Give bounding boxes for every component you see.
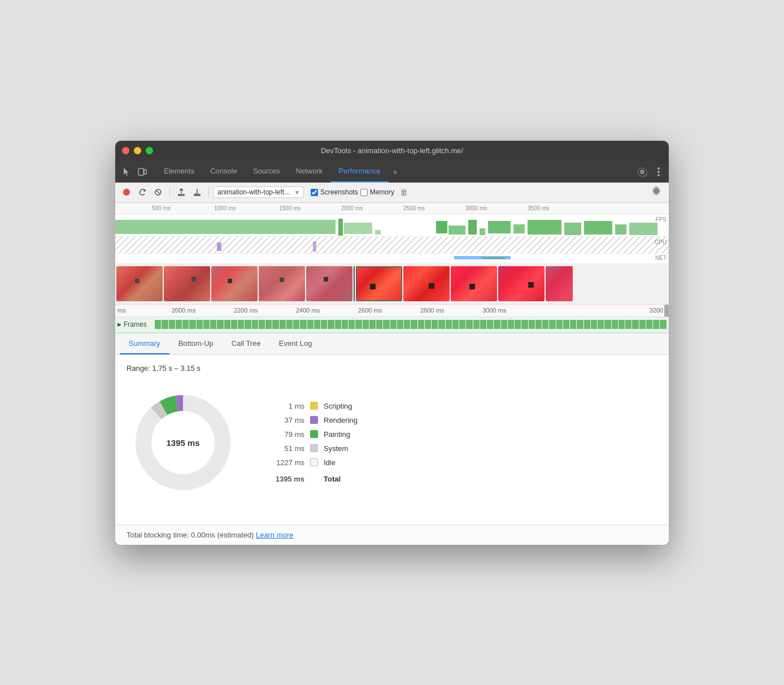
screenshots-row bbox=[115, 264, 669, 305]
frame-bar bbox=[259, 320, 265, 329]
ruler-tick-500: 500 ms bbox=[152, 205, 171, 211]
frame-bar bbox=[390, 320, 397, 329]
frame-bar bbox=[307, 320, 313, 329]
screenshot-10 bbox=[546, 266, 573, 301]
tab-sources[interactable]: Sources bbox=[245, 161, 288, 183]
system-color-swatch bbox=[310, 444, 318, 452]
frame-bar bbox=[570, 320, 576, 329]
idle-value: 1227 ms bbox=[273, 458, 304, 467]
frame-bar bbox=[280, 320, 286, 329]
frame-bar bbox=[404, 320, 410, 329]
frame-bar bbox=[591, 320, 597, 329]
screenshots-checkbox[interactable]: Screenshots bbox=[311, 188, 358, 196]
learn-more-link[interactable]: Learn more bbox=[256, 531, 293, 539]
screenshots-input[interactable] bbox=[311, 189, 318, 196]
tab-summary[interactable]: Summary bbox=[120, 333, 169, 354]
ruler-tick-1500: 1500 ms bbox=[279, 205, 300, 211]
download-button[interactable] bbox=[190, 185, 204, 199]
frame-bar bbox=[363, 320, 369, 329]
tab-bottom-up[interactable]: Bottom-Up bbox=[169, 333, 223, 354]
settings-gear-icon[interactable] bbox=[635, 164, 650, 179]
tab-network[interactable]: Network bbox=[288, 161, 331, 183]
screenshot-3 bbox=[211, 266, 258, 301]
device-icon[interactable] bbox=[136, 165, 149, 179]
tab-elements[interactable]: Elements bbox=[156, 161, 202, 183]
cpu-label: CPU bbox=[655, 239, 667, 245]
trash-button[interactable]: 🗑 bbox=[397, 187, 411, 198]
svg-rect-17 bbox=[513, 224, 525, 233]
frame-bar bbox=[508, 320, 514, 329]
upload-button[interactable] bbox=[175, 185, 188, 199]
close-button[interactable] bbox=[122, 147, 129, 154]
frame-bar bbox=[625, 320, 631, 329]
frame-bar bbox=[542, 320, 548, 329]
memory-checkbox[interactable]: Memory bbox=[360, 188, 394, 196]
svg-line-7 bbox=[156, 190, 160, 194]
toolbar-settings-icon[interactable] bbox=[648, 185, 664, 199]
ruler2-2200: 2200 ms bbox=[234, 307, 258, 314]
svg-rect-26 bbox=[313, 241, 316, 252]
tab-performance[interactable]: Performance bbox=[330, 161, 388, 183]
frame-bar bbox=[660, 320, 666, 329]
frame-bar bbox=[487, 320, 493, 329]
svg-rect-10 bbox=[344, 223, 372, 234]
frame-bar bbox=[432, 320, 438, 329]
system-name: System bbox=[324, 444, 348, 453]
svg-rect-19 bbox=[564, 223, 581, 235]
panel-footer: Total blocking time: 0.00ms (estimated) … bbox=[115, 524, 669, 545]
ruler2-3200: 3200 bbox=[650, 307, 663, 314]
screenshot-9 bbox=[498, 266, 545, 301]
frame-bar bbox=[210, 320, 216, 329]
total-label: Total bbox=[324, 475, 341, 483]
legend-total: 1395 ms Total bbox=[273, 475, 358, 483]
screenshot-4 bbox=[259, 266, 305, 301]
frame-bar bbox=[369, 320, 376, 329]
tab-event-log[interactable]: Event Log bbox=[270, 333, 321, 354]
record-button[interactable] bbox=[120, 185, 133, 199]
frame-bar bbox=[473, 320, 480, 329]
memory-label: Memory bbox=[370, 188, 394, 196]
svg-rect-14 bbox=[468, 220, 477, 235]
reload-button[interactable] bbox=[136, 185, 149, 199]
painting-name: Painting bbox=[324, 430, 350, 439]
tab-console[interactable]: Console bbox=[202, 161, 245, 183]
frame-bar bbox=[632, 320, 638, 329]
frame-bar bbox=[604, 320, 611, 329]
url-dropdown-icon: ▼ bbox=[294, 189, 300, 196]
performance-toolbar: animation-with-top-left... ▼ Screenshots… bbox=[115, 183, 669, 203]
bottom-tabs: Summary Bottom-Up Call Tree Event Log bbox=[115, 333, 669, 355]
svg-rect-8 bbox=[115, 220, 336, 234]
maximize-button[interactable] bbox=[146, 147, 153, 154]
frames-bars bbox=[155, 319, 667, 330]
ruler2-2800: 2800 ms bbox=[420, 307, 444, 314]
frame-bar bbox=[549, 320, 555, 329]
frame-bar bbox=[535, 320, 542, 329]
painting-color-swatch bbox=[310, 430, 318, 438]
frame-bar bbox=[231, 320, 237, 329]
frame-bar bbox=[321, 320, 327, 329]
screenshot-1 bbox=[116, 266, 163, 301]
legend-system: 51 ms System bbox=[273, 444, 358, 453]
frames-toggle[interactable]: ▶ Frames bbox=[117, 320, 151, 328]
cursor-icon[interactable] bbox=[120, 165, 133, 179]
summary-legend: 1 ms Scripting 37 ms Rendering 79 ms Pai… bbox=[273, 402, 358, 483]
frame-bar bbox=[342, 320, 348, 329]
frame-bar bbox=[639, 320, 646, 329]
ruler2-2000: 2000 ms bbox=[172, 307, 195, 314]
clear-button[interactable] bbox=[151, 185, 165, 199]
timeline-scrollbar[interactable] bbox=[664, 305, 669, 317]
more-tabs-button[interactable]: » bbox=[389, 161, 402, 183]
tab-call-tree[interactable]: Call Tree bbox=[223, 333, 270, 354]
frame-bar bbox=[598, 320, 604, 329]
url-selector[interactable]: animation-with-top-left... ▼ bbox=[214, 187, 304, 198]
legend-idle: 1227 ms Idle bbox=[273, 458, 358, 467]
frame-bar bbox=[355, 320, 361, 329]
cpu-row: CPU bbox=[115, 237, 669, 254]
minimize-button[interactable] bbox=[134, 147, 141, 154]
frames-label-text: Frames bbox=[124, 320, 147, 328]
frame-bar bbox=[335, 320, 341, 329]
frame-bar bbox=[480, 320, 486, 329]
memory-input[interactable] bbox=[360, 189, 368, 196]
more-options-icon[interactable] bbox=[655, 165, 662, 179]
painting-value: 79 ms bbox=[273, 430, 304, 439]
